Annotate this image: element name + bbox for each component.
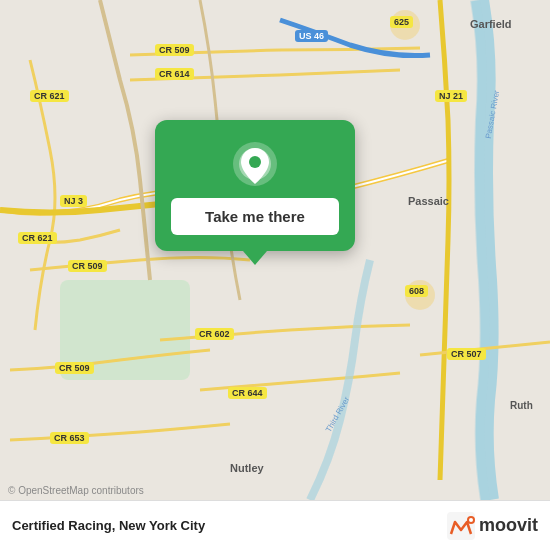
label-cr621-top: CR 621 (30, 90, 69, 102)
map-attribution: © OpenStreetMap contributors (8, 485, 144, 496)
label-cr509-mid: CR 509 (68, 260, 107, 272)
label-cr509-bot: CR 509 (55, 362, 94, 374)
label-cr644: CR 644 (228, 387, 267, 399)
label-nj3: NJ 3 (60, 195, 87, 207)
moovit-logo: moovit (447, 512, 538, 540)
label-garfield: Garfield (470, 18, 512, 30)
label-cr621-mid: CR 621 (18, 232, 57, 244)
moovit-icon (447, 512, 475, 540)
take-me-there-button[interactable]: Take me there (171, 198, 339, 235)
label-nutley: Nutley (230, 462, 264, 474)
label-608: 608 (405, 285, 428, 297)
svg-point-8 (469, 518, 473, 522)
popup-card: Take me there (155, 120, 355, 251)
location-pin-icon (231, 140, 279, 188)
svg-point-5 (249, 156, 261, 168)
bottom-bar: Certified Racing, New York City moovit (0, 500, 550, 550)
label-cr507: CR 507 (447, 348, 486, 360)
label-cr509-top: CR 509 (155, 44, 194, 56)
location-info: Certified Racing, New York City (12, 518, 205, 533)
label-cr614: CR 614 (155, 68, 194, 80)
label-625: 625 (390, 16, 413, 28)
map-container: CR 509 US 46 CR 614 CR 621 NJ 3 CR 621 C… (0, 0, 550, 500)
moovit-text: moovit (479, 515, 538, 536)
label-cr602: CR 602 (195, 328, 234, 340)
label-us46: US 46 (295, 30, 328, 42)
label-ruth: Ruth (510, 400, 533, 411)
label-passaic: Passaic (408, 195, 449, 207)
location-name: Certified Racing, New York City (12, 518, 205, 533)
label-nj21: NJ 21 (435, 90, 467, 102)
label-cr653: CR 653 (50, 432, 89, 444)
